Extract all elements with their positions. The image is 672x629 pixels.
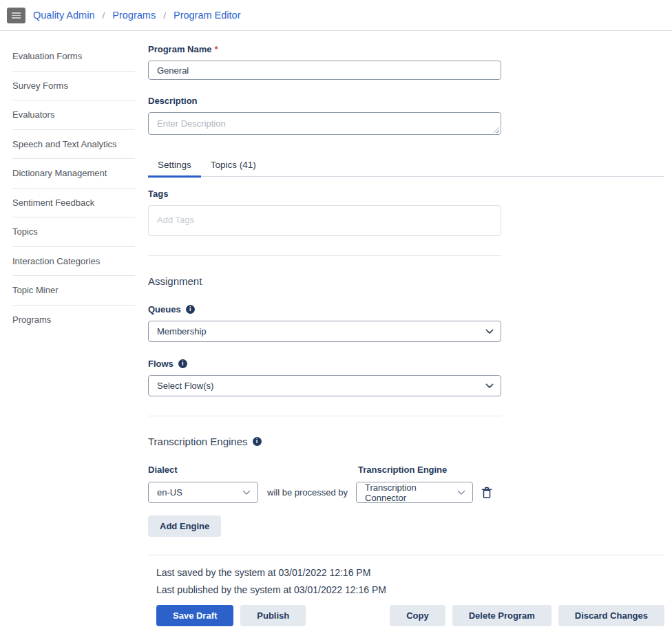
section-divider xyxy=(148,255,501,256)
flows-info-icon[interactable]: i xyxy=(178,359,187,368)
tags-input[interactable]: Add Tags xyxy=(148,205,501,236)
tab-topics[interactable]: Topics (41) xyxy=(201,153,266,178)
program-name-label-text: Program Name xyxy=(148,44,211,54)
last-published-text: Last published by the system at 03/01/20… xyxy=(156,582,664,599)
breadcrumb-separator: / xyxy=(163,10,166,21)
tab-bar: Settings Topics (41) xyxy=(148,153,664,177)
flows-select-value: Select Flow(s) xyxy=(157,381,213,391)
sidebar-item-speech-and-text-analytics[interactable]: Speech and Text Analytics xyxy=(12,130,135,160)
copy-button[interactable]: Copy xyxy=(390,605,445,626)
sidebar-item-topics[interactable]: Topics xyxy=(12,217,135,247)
breadcrumb: Quality Admin / Programs / Program Edito… xyxy=(33,10,241,21)
chevron-down-icon xyxy=(457,490,465,495)
assignment-heading: Assignment xyxy=(148,275,501,287)
flows-select[interactable]: Select Flow(s) xyxy=(148,375,501,396)
sidebar-item-evaluators[interactable]: Evaluators xyxy=(12,100,135,130)
trash-icon xyxy=(481,487,492,499)
queues-info-icon[interactable]: i xyxy=(186,305,195,314)
sidebar-item-survey-forms[interactable]: Survey Forms xyxy=(12,72,135,101)
footer-buttons: Save Draft Publish Copy Delete Program D… xyxy=(156,605,664,626)
tags-label: Tags xyxy=(148,189,501,199)
processed-by-text: will be processed by xyxy=(267,487,348,498)
app-header: Quality Admin / Programs / Program Edito… xyxy=(0,0,672,31)
queues-label: Queues i xyxy=(148,304,501,314)
breadcrumb-program-editor[interactable]: Program Editor xyxy=(174,10,241,21)
sidebar-item-programs[interactable]: Programs xyxy=(12,306,135,334)
save-draft-button[interactable]: Save Draft xyxy=(156,605,233,626)
publish-button[interactable]: Publish xyxy=(240,605,306,626)
transcription-engines-heading-text: Transcription Engines xyxy=(148,436,248,447)
queues-label-text: Queues xyxy=(148,304,181,314)
chevron-down-icon xyxy=(485,329,494,334)
program-name-label: Program Name * xyxy=(148,44,501,54)
sidebar-item-dictionary-management[interactable]: Dictionary Management xyxy=(12,159,135,189)
chevron-down-icon xyxy=(242,490,251,495)
sidebar-item-topic-miner[interactable]: Topic Miner xyxy=(12,276,135,306)
description-label: Description xyxy=(148,96,501,106)
program-name-input[interactable] xyxy=(148,61,501,80)
queues-select[interactable]: Membership xyxy=(148,321,501,342)
dialect-select[interactable]: en-US xyxy=(148,482,258,503)
chevron-down-icon xyxy=(485,383,494,389)
transcription-engines-info-icon[interactable]: i xyxy=(253,437,262,446)
sidebar-item-sentiment-feedback[interactable]: Sentiment Feedback xyxy=(12,189,135,218)
program-editor-main: Program Name * Description Settings Topi… xyxy=(141,31,672,629)
sidebar-item-evaluation-forms[interactable]: Evaluation Forms xyxy=(12,42,135,72)
transcription-engines-heading: Transcription Engines i xyxy=(148,436,501,447)
flows-label: Flows i xyxy=(148,359,501,369)
discard-changes-button[interactable]: Discard Changes xyxy=(558,605,664,626)
delete-program-button[interactable]: Delete Program xyxy=(452,605,552,626)
breadcrumb-separator: / xyxy=(103,10,105,21)
last-saved-text: Last saved by the system at 03/01/2022 1… xyxy=(156,564,664,582)
breadcrumb-programs[interactable]: Programs xyxy=(112,10,156,21)
editor-footer: Last saved by the system at 03/01/2022 1… xyxy=(148,555,664,626)
dialect-select-value: en-US xyxy=(157,487,182,498)
sidebar: Evaluation Forms Survey Forms Evaluators… xyxy=(0,31,141,629)
description-textarea[interactable] xyxy=(148,112,501,135)
tab-settings[interactable]: Settings xyxy=(148,153,201,178)
queues-select-value: Membership xyxy=(157,326,207,337)
sidebar-item-interaction-categories[interactable]: Interaction Categories xyxy=(12,247,135,277)
transcription-engine-select-value: Transcription Connector xyxy=(365,482,452,503)
transcription-engine-label: Transcription Engine xyxy=(358,465,447,475)
add-engine-button[interactable]: Add Engine xyxy=(148,515,221,537)
section-divider xyxy=(148,416,501,416)
hamburger-menu-button[interactable] xyxy=(7,8,25,23)
delete-engine-button[interactable] xyxy=(481,487,492,499)
transcription-engine-select[interactable]: Transcription Connector xyxy=(356,482,473,503)
hamburger-icon xyxy=(12,12,21,19)
flows-label-text: Flows xyxy=(148,359,174,369)
dialect-label: Dialect xyxy=(148,465,358,475)
required-asterisk: * xyxy=(214,44,218,54)
breadcrumb-quality-admin[interactable]: Quality Admin xyxy=(33,10,94,21)
